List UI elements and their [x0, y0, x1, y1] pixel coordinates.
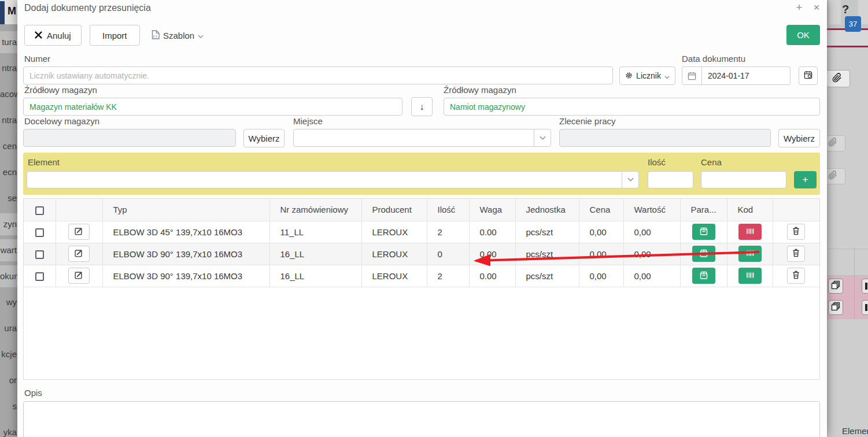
trash-icon	[792, 227, 800, 237]
target-warehouse-label: Docelowy magazyn	[24, 116, 99, 126]
pencil-icon	[75, 227, 83, 237]
modal-close-icon[interactable]: ×	[811, 1, 822, 14]
col-waga: Waga	[469, 199, 515, 221]
background-table-row	[827, 276, 868, 297]
place-select[interactable]	[293, 129, 551, 147]
counter-label: Licznik	[636, 71, 661, 80]
row-checkbox[interactable]	[35, 272, 44, 281]
modal-title: Dodaj dokumenty przesunięcia	[24, 3, 151, 13]
package-icon	[699, 227, 708, 238]
divider	[854, 276, 855, 297]
sidebar-item: ntra	[0, 57, 17, 79]
background-button	[862, 279, 868, 294]
cell-waga: 0.00	[469, 243, 515, 265]
arrow-down-icon: ↓	[420, 102, 424, 112]
parameters-button[interactable]	[692, 246, 715, 262]
template-dropdown[interactable]: Szablon	[152, 25, 204, 46]
description-textarea[interactable]	[23, 401, 820, 437]
cell-typ: ELBOW 3D 90° 139,7x10 16MO3	[102, 243, 269, 265]
background-element-label: Element	[842, 426, 868, 436]
code-button[interactable]	[738, 246, 762, 262]
description-label: Opis	[24, 388, 42, 398]
parameters-button[interactable]	[692, 224, 715, 240]
document-date-value: 2024-01-17	[702, 71, 749, 80]
attachment-button	[827, 70, 850, 87]
add-transfer-document-modal: Dodaj dokumenty przesunięcia + × Anuluj …	[17, 0, 827, 437]
cell-typ: ELBOW 3D 45° 139,7x10 16MO3	[102, 221, 269, 243]
code-button[interactable]	[738, 224, 762, 240]
table-row: ELBOW 3D 45° 139,7x10 16MO3 11_LL LEROUX…	[24, 221, 819, 243]
source-warehouse-input[interactable]	[23, 98, 402, 116]
col-jednostka: Jednostka	[515, 199, 579, 221]
cell-waga: 0.00	[469, 221, 515, 243]
edit-row-button[interactable]	[68, 224, 90, 240]
target-warehouse-input[interactable]	[23, 129, 236, 147]
numer-label: Numer	[24, 54, 50, 64]
attachment-button	[827, 168, 845, 184]
divider	[827, 249, 868, 249]
choose-label: Wybierz	[248, 134, 279, 143]
sidebar-item: cen	[0, 135, 17, 157]
barcode-icon	[745, 271, 755, 281]
background-topbar: M	[0, 0, 17, 24]
col-typ: Typ	[102, 199, 269, 221]
sidebar-item: or	[0, 369, 17, 391]
paperclip-icon	[828, 138, 837, 149]
cell-producent: LEROUX	[361, 265, 427, 287]
row-checkbox[interactable]	[35, 250, 44, 259]
edit-row-button[interactable]	[68, 268, 90, 284]
quantity-input[interactable]	[648, 171, 693, 188]
modal-add-icon[interactable]: +	[793, 1, 805, 14]
sidebar-item: acow	[0, 83, 17, 105]
edit-row-button[interactable]	[68, 246, 90, 262]
calendar-picker-button[interactable]	[799, 66, 818, 85]
price-label: Cena	[701, 157, 722, 167]
sidebar-item: kcje	[0, 343, 17, 365]
delete-row-button[interactable]	[787, 268, 805, 284]
col-actions	[773, 199, 819, 221]
cell-cena: 0,00	[579, 243, 623, 265]
sidebar-item: yka	[0, 421, 17, 437]
divider	[827, 319, 868, 319]
delete-row-button[interactable]	[787, 224, 805, 240]
swap-warehouses-button[interactable]: ↓	[411, 97, 433, 116]
ok-button[interactable]: OK	[786, 25, 820, 45]
row-checkbox[interactable]	[35, 228, 44, 237]
choose-work-order-button[interactable]: Wybierz	[778, 129, 820, 147]
cancel-button[interactable]: Anuluj	[24, 25, 82, 46]
calendar-clock-icon	[804, 71, 812, 81]
numer-input[interactable]	[23, 66, 613, 84]
cell-wartosc: 0,00	[623, 243, 680, 265]
package-icon	[699, 249, 708, 260]
counter-dropdown-button[interactable]: Licznik	[619, 66, 675, 85]
element-select[interactable]	[27, 171, 639, 188]
chevron-down-icon	[664, 71, 670, 81]
work-order-input[interactable]	[559, 129, 771, 147]
table-row: ELBOW 3D 90° 139,7x10 16MO3 16_LL LEROUX…	[24, 243, 819, 265]
import-button[interactable]: Import	[90, 25, 140, 46]
code-button[interactable]	[738, 268, 762, 284]
document-date-input[interactable]: 2024-01-17	[682, 66, 791, 85]
sidebar-item: s	[0, 395, 17, 417]
source-warehouse-2-input[interactable]	[444, 98, 820, 116]
cell-ilosc: 0	[427, 243, 469, 265]
screen: M tura ntra acow ntra cen ecn se zyn war…	[0, 0, 868, 437]
choose-target-warehouse-button[interactable]: Wybierz	[243, 129, 285, 147]
sidebar-item: ecn	[0, 161, 17, 183]
template-label: Szablon	[163, 31, 194, 40]
cell-wartosc: 0,00	[623, 265, 680, 287]
place-label: Miejsce	[293, 116, 323, 126]
pencil-icon	[75, 249, 83, 259]
select-all-checkbox[interactable]	[35, 206, 44, 215]
parameters-button[interactable]	[692, 268, 715, 284]
chevron-down-icon	[534, 129, 551, 146]
cell-ilosc: 2	[427, 265, 469, 287]
add-element-button[interactable]: +	[794, 171, 817, 188]
work-order-label: Zlecenie pracy	[559, 116, 616, 126]
background-table-row	[827, 297, 868, 319]
table-header-row: Typ Nr zamówieniowy Producent Ilość Waga…	[24, 199, 819, 221]
sidebar-item: wart	[0, 239, 17, 261]
source-warehouse-label: Źródłowy magazyn	[24, 85, 97, 95]
delete-row-button[interactable]	[787, 246, 805, 262]
price-input[interactable]	[701, 171, 786, 188]
